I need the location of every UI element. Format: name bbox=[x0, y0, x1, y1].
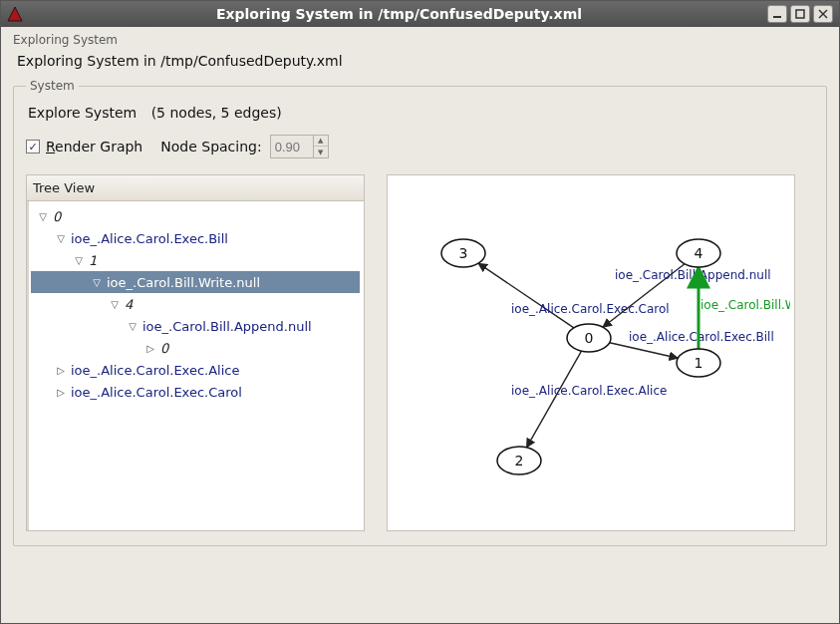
titlebar[interactable]: Exploring System in /tmp/ConfusedDeputy.… bbox=[1, 1, 839, 27]
graph-edge-label: ioe_.Alice.Carol.Exec.Bill bbox=[629, 330, 774, 344]
system-group: System Explore System (5 nodes, 5 edges)… bbox=[13, 79, 827, 546]
tree-node-row[interactable]: ▷0 bbox=[31, 337, 360, 359]
minimize-button[interactable] bbox=[767, 5, 787, 23]
tree-link-label[interactable]: ioe_.Alice.Carol.Exec.Alice bbox=[71, 363, 239, 378]
tree-link-label[interactable]: ioe_.Carol.Bill.Append.null bbox=[142, 319, 312, 334]
graph-edge-label: ioe_.Alice.Carol.Exec.Carol bbox=[511, 302, 670, 316]
tree-node-row[interactable]: ▽4 bbox=[31, 293, 360, 315]
explore-line: Explore System (5 nodes, 5 edges) bbox=[28, 105, 814, 121]
graph-node-label: 2 bbox=[515, 453, 524, 468]
twisty-open-icon[interactable]: ▽ bbox=[109, 298, 121, 310]
graph-edge-label: ioe_.Carol.Bill.Write.null bbox=[700, 298, 790, 312]
twisty-open-icon[interactable]: ▽ bbox=[37, 210, 49, 222]
graph-edge bbox=[526, 351, 581, 448]
tree-item-row[interactable]: ▽ioe_.Carol.Bill.Append.null bbox=[31, 315, 360, 337]
tree-link-label[interactable]: ioe_.Alice.Carol.Exec.Bill bbox=[71, 231, 228, 246]
render-graph-label: Render Graph bbox=[46, 139, 142, 155]
twisty-open-icon[interactable]: ▽ bbox=[73, 254, 85, 266]
graph-node-label: 4 bbox=[695, 245, 703, 261]
graph-edge-label: ioe_.Carol.Bill.Append.null bbox=[615, 268, 771, 282]
twisty-closed-icon[interactable]: ▷ bbox=[55, 386, 67, 398]
twisty-open-icon[interactable]: ▽ bbox=[91, 276, 103, 288]
tree-node-row[interactable]: ▽0 bbox=[31, 205, 360, 227]
spinner-down-icon[interactable]: ▼ bbox=[314, 147, 328, 157]
node-spacing-label: Node Spacing: bbox=[160, 139, 261, 155]
tree-view-panel: Tree View ▽0▽ioe_.Alice.Carol.Exec.Bill▽… bbox=[26, 174, 365, 531]
app-window: Exploring System in /tmp/ConfusedDeputy.… bbox=[0, 0, 840, 624]
tree-item-row[interactable]: ▷ioe_.Alice.Carol.Exec.Alice bbox=[31, 359, 360, 381]
system-legend: System bbox=[26, 79, 79, 93]
tree-link-label[interactable]: ioe_.Alice.Carol.Exec.Carol bbox=[71, 385, 242, 400]
graph-edge bbox=[610, 343, 679, 359]
tree-node-label[interactable]: 1 bbox=[89, 253, 97, 268]
graph-node-label: 1 bbox=[695, 355, 703, 371]
checkbox-box-icon: ✓ bbox=[26, 140, 40, 154]
graph-edge-label: ioe_.Alice.Carol.Exec.Alice bbox=[511, 384, 667, 398]
tree-item-row[interactable]: ▷ioe_.Alice.Carol.Exec.Carol bbox=[31, 381, 360, 403]
spinner-up-icon[interactable]: ▲ bbox=[314, 136, 328, 147]
tree-node-label[interactable]: 4 bbox=[125, 297, 133, 312]
tree-node-label[interactable]: 0 bbox=[53, 209, 61, 224]
tree-node-row[interactable]: ▽1 bbox=[31, 249, 360, 271]
node-spacing-input[interactable] bbox=[271, 136, 313, 157]
tree-item-row[interactable]: ▽ioe_.Alice.Carol.Exec.Bill bbox=[31, 227, 360, 249]
svg-marker-0 bbox=[8, 7, 22, 21]
graph-edge bbox=[478, 263, 574, 328]
node-spacing-spinner[interactable]: ▲ ▼ bbox=[270, 135, 329, 158]
svg-rect-2 bbox=[796, 10, 804, 18]
explore-label: Explore System bbox=[28, 105, 137, 121]
tree-body[interactable]: ▽0▽ioe_.Alice.Carol.Exec.Bill▽1▽ioe_.Car… bbox=[27, 201, 364, 413]
twisty-closed-icon[interactable]: ▷ bbox=[144, 342, 156, 354]
tree-item-row[interactable]: ▽ioe_.Carol.Bill.Write.null bbox=[31, 271, 360, 293]
tree-node-label[interactable]: 0 bbox=[160, 341, 168, 356]
graph-node-label: 3 bbox=[459, 245, 468, 261]
maximize-button[interactable] bbox=[790, 5, 810, 23]
tree-link-label[interactable]: ioe_.Carol.Bill.Write.null bbox=[107, 275, 260, 290]
graph-canvas: ioe_.Alice.Carol.Exec.Billioe_.Alice.Car… bbox=[392, 183, 790, 522]
twisty-closed-icon[interactable]: ▷ bbox=[55, 364, 67, 376]
node-edge-counts: (5 nodes, 5 edges) bbox=[151, 105, 282, 121]
twisty-open-icon[interactable]: ▽ bbox=[55, 232, 67, 244]
close-button[interactable] bbox=[813, 5, 833, 23]
twisty-open-icon[interactable]: ▽ bbox=[127, 320, 139, 332]
graph-panel[interactable]: ioe_.Alice.Carol.Exec.Billioe_.Alice.Car… bbox=[387, 174, 795, 531]
section-label: Exploring System bbox=[13, 33, 831, 47]
graph-node-label: 0 bbox=[585, 330, 594, 346]
render-graph-checkbox[interactable]: ✓ Render Graph bbox=[26, 139, 142, 155]
page-title: Exploring System in /tmp/ConfusedDeputy.… bbox=[17, 53, 831, 69]
tree-view-header: Tree View bbox=[27, 175, 364, 201]
window-title: Exploring System in /tmp/ConfusedDeputy.… bbox=[31, 6, 767, 22]
app-icon bbox=[7, 6, 23, 22]
